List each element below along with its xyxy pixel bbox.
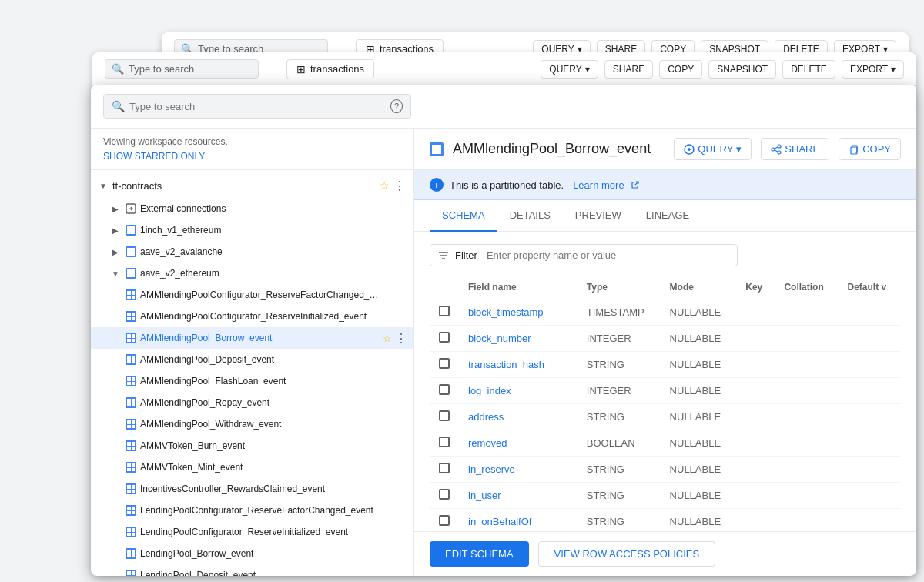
row-checkbox-cell[interactable] [430, 430, 459, 457]
bg2-search[interactable]: 🔍 Type to search [105, 59, 259, 79]
lp-cfg-ri-label: LendingPoolConfigurator_ReserveInitializ… [140, 527, 381, 537]
bg2-tab-grid-icon: ⊞ [296, 63, 306, 75]
learn-more-link[interactable]: Learn more [573, 179, 624, 191]
field-key-cell [736, 457, 775, 483]
row-checkbox-cell[interactable] [430, 457, 459, 483]
tab-preview[interactable]: PREVIEW [563, 200, 634, 232]
row-checkbox[interactable] [439, 306, 450, 316]
field-name-link[interactable]: removed [468, 437, 507, 449]
project-chevron-icon: ▼ [97, 179, 109, 192]
sidebar-item-amm-deposit[interactable]: AMMlendingPool_Deposit_event ☆ ⋮ [91, 349, 413, 370]
field-name-link[interactable]: in_onBehalfOf [468, 516, 531, 527]
tab-schema[interactable]: SCHEMA [430, 200, 497, 232]
row-checkbox-cell[interactable] [430, 404, 459, 430]
field-type-cell: STRING [578, 457, 661, 483]
field-name-link[interactable]: in_reserve [468, 463, 515, 475]
field-name-link[interactable]: address [468, 411, 504, 423]
row-checkbox-cell[interactable] [430, 483, 459, 509]
table-icon-ammv-mint [125, 461, 137, 473]
sidebar-item-lendingpool-deposit[interactable]: LendingPool_Deposit_event ☆ ⋮ [91, 564, 413, 576]
row-checkbox[interactable] [439, 358, 450, 369]
row-checkbox[interactable] [439, 463, 450, 473]
row-checkbox[interactable] [439, 410, 450, 421]
main-search-input[interactable] [129, 101, 386, 112]
bg2-delete-btn[interactable]: DELETE [782, 60, 835, 79]
row-checkbox[interactable] [439, 436, 450, 447]
right-share-btn[interactable]: SHARE [761, 138, 829, 160]
sidebar-item-incentives-rewards[interactable]: IncentivesController_RewardsClaimed_even… [91, 478, 413, 500]
project-star-icon[interactable]: ☆ [377, 179, 392, 192]
table-icon-lp-cfg-rf [125, 504, 137, 517]
field-name-link[interactable]: block_timestamp [468, 306, 544, 318]
main-search-wrapper[interactable]: 🔍 ? [103, 94, 411, 119]
row-checkbox-cell[interactable] [430, 352, 459, 378]
col-checkbox [430, 276, 459, 299]
right-panel-header: AMMlendingPool_Borrow_event QUERY ▾ SHAR… [414, 129, 916, 170]
table-icon-amm-repay [125, 396, 137, 409]
table-row: removed BOOLEAN NULLABLE [430, 430, 901, 457]
row-checkbox-cell[interactable] [430, 509, 459, 532]
bg2-snapshot-btn[interactable]: SNAPSHOT [708, 60, 776, 79]
row-checkbox[interactable] [439, 384, 450, 395]
project-more-icon[interactable]: ⋮ [392, 179, 407, 193]
sidebar-item-amm-withdraw[interactable]: AMMlendingPool_Withdraw_event ☆ ⋮ [91, 413, 413, 435]
row-checkbox-cell[interactable] [430, 326, 459, 352]
external-connections-icon [125, 202, 137, 215]
project-row-tt-contracts[interactable]: ▼ tt-contracts ☆ ⋮ [91, 173, 413, 198]
sidebar-item-aave-avalanche[interactable]: ▶ aave_v2_avalanche ☆ ⋮ [91, 241, 413, 263]
sidebar-item-amm-configurator-reserve-factor[interactable]: AMMlendingPoolConfigurator_ReserveFactor… [91, 284, 413, 306]
sidebar-item-amm-flashloan[interactable]: AMMlendingPool_FlashLoan_event ☆ ⋮ [91, 370, 413, 392]
sidebar-item-ammvtoken-burn[interactable]: AMMVToken_Burn_event ☆ ⋮ [91, 435, 413, 457]
row-checkbox-cell[interactable] [430, 378, 459, 404]
right-query-btn[interactable]: QUERY ▾ [674, 138, 752, 160]
show-starred-link[interactable]: SHOW STARRED ONLY [103, 151, 205, 162]
sidebar-item-amm-configurator-reserve-init[interactable]: AMMlendingPoolConfigurator_ReserveInitia… [91, 306, 413, 327]
schema-content: Filter Field name Type Mode Key Collatio… [414, 232, 916, 531]
sidebar-item-amm-repay[interactable]: AMMlendingPool_Repay_event ☆ ⋮ [91, 392, 413, 413]
sidebar-item-lendingpool-borrow[interactable]: LendingPool_Borrow_event ☆ ⋮ [91, 543, 413, 564]
sidebar-item-lendingpool-cfg-rf[interactable]: LendingPoolConfigurator_ReserveFactorCha… [91, 500, 413, 521]
filter-label: Filter [455, 249, 477, 261]
field-name-link[interactable]: transaction_hash [468, 359, 544, 370]
tab-lineage[interactable]: LINEAGE [634, 200, 701, 232]
edit-schema-btn[interactable]: EDIT SCHEMA [430, 541, 529, 567]
bg2-toolbar: 🔍 Type to search ⊞ transactions QUERY ▾ … [92, 52, 916, 86]
field-name-cell: transaction_hash [459, 352, 578, 378]
field-type-cell: BOOLEAN [578, 430, 661, 457]
field-name-link[interactable]: log_index [468, 385, 511, 396]
sidebar-item-lendingpool-cfg-ri[interactable]: LendingPoolConfigurator_ReserveInitializ… [91, 521, 413, 543]
sidebar-item-ammvtoken-mint[interactable]: AMMVToken_Mint_event ☆ ⋮ [91, 457, 413, 478]
right-copy-btn[interactable]: COPY [839, 138, 901, 160]
row-checkbox[interactable] [439, 515, 450, 526]
amm-deposit-label: AMMlendingPool_Deposit_event [140, 354, 381, 365]
field-default-cell [839, 509, 901, 532]
tab-details[interactable]: DETAILS [497, 200, 563, 232]
field-name-link[interactable]: block_number [468, 333, 531, 344]
table-row: in_user STRING NULLABLE [430, 483, 901, 509]
bg2-query-btn[interactable]: QUERY ▾ [541, 60, 598, 79]
bg2-copy-btn[interactable]: COPY [659, 60, 702, 79]
row-checkbox-cell[interactable] [430, 299, 459, 326]
bg2-export-btn[interactable]: EXPORT ▾ [842, 60, 904, 79]
info-icon: i [430, 178, 444, 192]
col-mode: Mode [661, 276, 737, 299]
sidebar-item-amm-borrow[interactable]: AMMlendingPool_Borrow_event ☆ ⋮ [91, 327, 413, 349]
row-checkbox[interactable] [439, 489, 450, 500]
view-access-btn[interactable]: VIEW ROW ACCESS POLICIES [538, 541, 716, 567]
row-checkbox[interactable] [439, 332, 450, 343]
bg2-tab[interactable]: ⊞ transactions [286, 59, 374, 79]
field-name-cell: in_reserve [459, 457, 578, 483]
sidebar-item-aave-ethereum[interactable]: ▼ aave_v2_ethereum ☆ ⋮ [91, 263, 413, 284]
sidebar-item-external-connections[interactable]: ▶ External connections ☆ ⋮ [91, 198, 413, 219]
field-mode-cell: NULLABLE [661, 378, 737, 404]
search-help-icon[interactable]: ? [390, 99, 403, 113]
sidebar-item-1inch[interactable]: ▶ 1inch_v1_ethereum ☆ ⋮ [91, 219, 413, 241]
amm-borrow-more[interactable]: ⋮ [395, 331, 407, 346]
schema-filter-row[interactable]: Filter [430, 244, 738, 266]
bg2-share-btn[interactable]: SHARE [604, 60, 653, 79]
field-name-link[interactable]: in_user [468, 490, 501, 501]
lp-borrow-label: LendingPool_Borrow_event [140, 548, 381, 559]
amm-borrow-star[interactable]: ☆ [381, 333, 393, 344]
info-text: This is a partitioned table. [450, 179, 564, 191]
filter-input[interactable] [487, 249, 729, 261]
